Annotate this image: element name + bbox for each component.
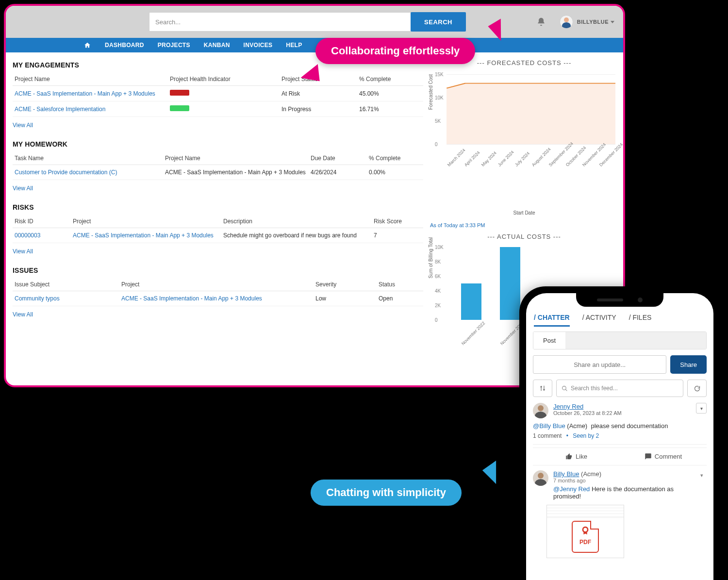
col-header: Project	[119, 278, 314, 291]
chatter-tabs: / CHATTER / ACTIVITY / FILES	[526, 309, 713, 327]
risk-link[interactable]: 00000003	[13, 228, 71, 243]
cell: 0.00%	[367, 165, 423, 180]
reply-account: (Acme)	[581, 470, 601, 478]
engagements-table: Project Name Project Health Indicator Pr…	[13, 73, 423, 117]
table-row: Customer to Provide documentation (C) AC…	[13, 165, 423, 180]
project-link[interactable]: ACME - SaaS Implementation - Main App + …	[119, 291, 314, 306]
view-all-link[interactable]: View All	[13, 248, 33, 255]
attachment-preview[interactable]: PDF	[546, 505, 624, 558]
col-header: Status	[377, 278, 423, 291]
homework-table: Task Name Project Name Due Date % Comple…	[13, 152, 423, 180]
table-row: 00000003 ACME - SaaS Implementation - Ma…	[13, 228, 423, 243]
share-button[interactable]: Share	[670, 355, 707, 374]
y-axis-label: Forecasted Cost	[428, 74, 433, 110]
table-row: Community typos ACME - SaaS Implementati…	[13, 291, 423, 306]
project-link[interactable]: ACME - SaaS Implementation - Main App + …	[13, 86, 168, 101]
col-header: Risk ID	[13, 215, 71, 228]
table-row: ACME - SaaS Implementation - Main App + …	[13, 86, 423, 101]
comment-button[interactable]: Comment	[620, 448, 707, 465]
risks-title: RISKS	[13, 203, 423, 211]
project-link[interactable]: ACME - SaaS Implementation - Main App + …	[71, 228, 221, 243]
col-header: Task Name	[13, 152, 163, 165]
refresh-button[interactable]	[687, 380, 707, 397]
col-header: Risk Score	[372, 215, 423, 228]
actual-chart-title: --- ACTUAL COSTS ---	[430, 233, 618, 240]
search-icon	[562, 385, 568, 392]
tab-chatter[interactable]: / CHATTER	[534, 314, 570, 327]
mention-link[interactable]: @Jenny Red	[553, 485, 590, 493]
nav-kanban[interactable]: KANBAN	[204, 42, 230, 49]
post-text: please send documentation	[591, 422, 668, 430]
bell-icon[interactable]	[536, 17, 546, 27]
ytick: 10K	[435, 95, 444, 100]
cell: 4/26/2024	[309, 165, 367, 180]
issue-link[interactable]: Community typos	[13, 291, 119, 306]
col-header: % Complete	[367, 152, 423, 165]
tab-files[interactable]: / FILES	[629, 314, 652, 327]
post-tab-post[interactable]: Post	[533, 332, 565, 349]
account-label: (Acme)	[567, 422, 587, 430]
xtick: November 2022	[461, 321, 486, 346]
project-link[interactable]: ACME - Salesforce Implementation	[13, 101, 168, 117]
post-type-tabs: Post	[533, 331, 707, 349]
username-label[interactable]: BILLYBLUE	[577, 19, 609, 25]
col-header: Project Health Indicator	[168, 73, 280, 86]
search-button[interactable]: SEARCH	[411, 12, 466, 32]
post-avatar[interactable]	[533, 403, 548, 418]
nav-invoices[interactable]: INVOICES	[244, 42, 273, 49]
cell: Low	[314, 291, 377, 306]
main-nav: DASHBOARD PROJECTS KANBAN INVOICES HELP	[6, 38, 623, 52]
col-header: Project Name	[163, 152, 309, 165]
health-indicator-green	[170, 105, 189, 111]
user-menu-caret-icon[interactable]	[611, 21, 614, 23]
sort-icon	[539, 385, 546, 392]
cell: 45.00%	[357, 86, 423, 101]
reply-timestamp: 7 months ago	[553, 478, 692, 483]
nav-dashboard[interactable]: DASHBOARD	[105, 42, 144, 49]
cell: Open	[377, 291, 423, 306]
nav-help[interactable]: HELP	[286, 42, 302, 49]
share-input[interactable]	[533, 355, 666, 374]
reply-avatar[interactable]	[533, 470, 548, 486]
comments-count[interactable]: 1 comment	[533, 432, 562, 439]
phone-notch	[576, 293, 663, 307]
feed-search-input[interactable]: Search this feed...	[556, 380, 683, 397]
cell: Schedule might go overboard if new bugs …	[221, 228, 372, 243]
home-icon[interactable]	[83, 42, 91, 49]
seen-by-link[interactable]: Seen by 2	[573, 432, 599, 439]
ytick: 2K	[435, 303, 441, 308]
col-header: Severity	[314, 278, 377, 291]
tab-activity[interactable]: / ACTIVITY	[582, 314, 616, 327]
reply-menu-button[interactable]: ▾	[697, 470, 707, 480]
xtick: April 2024	[463, 150, 481, 167]
like-label: Like	[576, 453, 587, 460]
col-header: % Complete	[357, 73, 423, 86]
col-header: Due Date	[309, 152, 367, 165]
nav-projects[interactable]: PROJECTS	[158, 42, 190, 49]
like-button[interactable]: Like	[533, 448, 620, 465]
view-all-link[interactable]: View All	[13, 122, 33, 129]
callout-chatting: Chatting with simplicity	[311, 480, 462, 506]
left-column: MY ENGAGEMENTS Project Name Project Heal…	[6, 52, 428, 385]
user-avatar[interactable]	[560, 15, 573, 29]
col-header: Project Name	[13, 73, 168, 86]
sort-button[interactable]	[533, 380, 552, 397]
view-all-link[interactable]: View All	[13, 185, 33, 192]
col-header: Description	[221, 215, 372, 228]
view-all-link[interactable]: View All	[13, 311, 33, 318]
post-tab-other[interactable]	[565, 332, 706, 349]
search-input[interactable]: Search...	[149, 12, 411, 32]
issues-title: ISSUES	[13, 266, 423, 274]
comment-icon	[645, 453, 652, 460]
bar	[461, 283, 481, 320]
homework-title: MY HOMEWORK	[13, 140, 423, 148]
post-menu-button[interactable]: ▾	[696, 403, 707, 414]
reply-user-link[interactable]: Billy Blue	[553, 470, 579, 478]
comment-label: Comment	[655, 453, 682, 460]
cell: ACME - SaaS Implementation - Main App + …	[163, 165, 309, 180]
task-link[interactable]: Customer to Provide documentation (C)	[13, 165, 163, 180]
post-user-link[interactable]: Jenny Red	[553, 403, 622, 410]
col-header: Project	[71, 215, 221, 228]
mention-link[interactable]: @Billy Blue	[533, 422, 565, 430]
ytick: 4K	[435, 288, 441, 294]
